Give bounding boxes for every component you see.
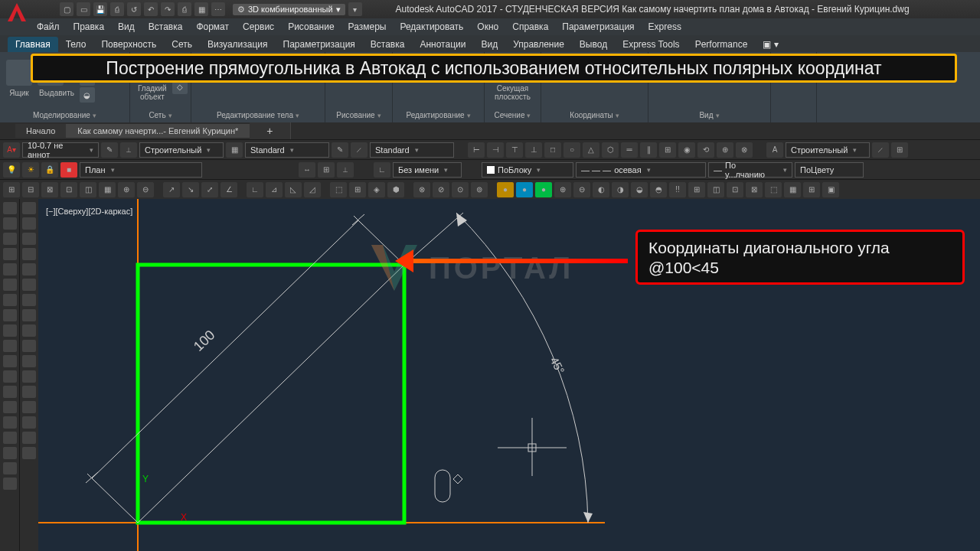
panel-modeling[interactable]: Моделирование	[5, 109, 125, 121]
tool-btn[interactable]: ⊕	[118, 182, 135, 197]
tab-view[interactable]: Вид	[473, 37, 505, 52]
tool-btn[interactable]: ◒	[80, 87, 95, 103]
panel-mesh[interactable]: Сеть	[135, 109, 186, 121]
line-tool-icon[interactable]	[3, 202, 17, 214]
panel-draw[interactable]: Рисование	[330, 109, 387, 121]
tool-btn[interactable]: ⊠	[41, 182, 58, 197]
erase-tool-icon[interactable]	[22, 202, 36, 214]
tool-btn[interactable]: ∟	[374, 162, 390, 178]
tab-express[interactable]: Express Tools	[615, 37, 687, 52]
tool-btn[interactable]: ⟲	[697, 142, 714, 158]
tab-param[interactable]: Параметризация	[276, 37, 363, 52]
tool-btn[interactable]: ⬡	[602, 142, 619, 158]
linetype-select[interactable]: — — —осевая	[576, 162, 706, 178]
tool-btn[interactable]: ⬚	[765, 182, 782, 197]
style2-select[interactable]: Строительный	[786, 142, 870, 158]
copy-tool-icon[interactable]	[22, 217, 36, 230]
tool-btn[interactable]: ⟋	[872, 142, 889, 158]
tool-btn[interactable]: ⊚	[471, 182, 488, 197]
circle-tool-icon[interactable]	[3, 294, 17, 306]
tool-btn[interactable]: ◒	[631, 182, 648, 197]
tool-icon[interactable]	[22, 447, 36, 459]
tool-btn[interactable]: ⊕	[554, 182, 571, 197]
block-tool-icon[interactable]	[3, 370, 17, 383]
qat-open-icon[interactable]: ▭	[77, 2, 90, 16]
tool-btn[interactable]: ◫	[80, 182, 96, 197]
tab-home[interactable]: Главная	[8, 37, 58, 52]
tool-icon[interactable]	[3, 478, 17, 490]
tool-btn[interactable]: ⊖	[137, 182, 154, 197]
ml-style-select[interactable]: Standard	[370, 142, 454, 158]
tool-icon[interactable]	[22, 432, 36, 444]
arc-tool-icon[interactable]	[3, 279, 17, 291]
tab-file[interactable]: Как самому начерти...- Евгений Курицин*	[67, 124, 250, 138]
qat-save-icon[interactable]: 💾	[93, 2, 107, 16]
fillet-tool-icon[interactable]	[22, 401, 36, 413]
qat-btn[interactable]: ↺	[127, 2, 141, 16]
pline-tool-icon[interactable]	[3, 233, 17, 245]
anno-style-select[interactable]: 10-0.7 не аннот	[22, 142, 99, 158]
qat-btn[interactable]: ▦	[194, 2, 208, 16]
tool-icon[interactable]	[3, 432, 17, 444]
tool-btn[interactable]: ⊡	[727, 182, 743, 197]
menu-edit[interactable]: Правка	[74, 21, 105, 32]
tool-btn[interactable]: ⬚	[330, 182, 347, 197]
tool-btn[interactable]: ▦	[226, 142, 243, 158]
tool-btn[interactable]: ▣	[822, 182, 839, 197]
tab-perf[interactable]: Performance	[688, 37, 756, 52]
panel-coord[interactable]: Координаты	[546, 109, 643, 121]
dim-icon[interactable]: ⟂	[120, 142, 137, 158]
trim-tool-icon[interactable]	[22, 340, 36, 352]
tool-icon[interactable]	[3, 401, 17, 413]
panel-bodyedit[interactable]: Редактирование тела	[196, 109, 320, 121]
workspace-selector[interactable]: ⚙ 3D комбинированный ▾	[233, 4, 345, 15]
tool-btn[interactable]: △	[583, 142, 599, 158]
move-tool-icon[interactable]	[22, 279, 36, 291]
tool-btn[interactable]: ⊡	[60, 182, 77, 197]
dim-style-select[interactable]: Строительный	[139, 142, 224, 158]
tool-btn[interactable]: ⊞	[3, 182, 20, 197]
tool-btn[interactable]: ⊗	[736, 142, 753, 158]
menu-service[interactable]: Сервис	[243, 21, 274, 32]
offset-tool-icon[interactable]	[22, 248, 36, 260]
tool-btn[interactable]: ✎	[101, 142, 118, 158]
qat-saveas-icon[interactable]: ⎙	[110, 2, 124, 16]
tab-mesh[interactable]: Сеть	[164, 37, 200, 52]
panel-edit[interactable]: Редактирование	[397, 109, 479, 121]
tool-btn[interactable]: ⊗	[413, 182, 430, 197]
ellipse-tool-icon[interactable]	[3, 324, 17, 337]
tool-icon[interactable]	[3, 416, 17, 429]
stretch-tool-icon[interactable]	[22, 324, 36, 337]
tool-btn[interactable]: ↗	[163, 182, 180, 197]
tool-btn[interactable]: ⊙	[452, 182, 469, 197]
array-tool-icon[interactable]	[22, 263, 36, 276]
tool-btn[interactable]: ✎	[332, 142, 348, 158]
tool-btn[interactable]: ⟋	[351, 142, 368, 158]
tool-btn[interactable]: ▦	[784, 182, 801, 197]
tab-insert[interactable]: Вставка	[363, 37, 413, 52]
sun-icon[interactable]: ☀	[22, 162, 39, 178]
ribbon-min-icon[interactable]: ▣ ▾	[755, 37, 786, 52]
color-select[interactable]: ПоБлоку	[482, 162, 573, 178]
polygon-tool-icon[interactable]	[3, 248, 17, 260]
mirror-tool-icon[interactable]	[22, 233, 36, 245]
tool-btn[interactable]: ●	[535, 182, 552, 197]
tool-btn[interactable]: ⊞	[318, 162, 335, 178]
tool-icon[interactable]	[3, 447, 17, 459]
tool-btn[interactable]: ⊞	[688, 182, 705, 197]
tool-btn[interactable]: ●	[516, 182, 533, 197]
tool-btn[interactable]: ∟	[247, 182, 263, 197]
tool-icon[interactable]	[3, 386, 17, 398]
tool-btn[interactable]: ◓	[650, 182, 667, 197]
tool-btn[interactable]: ∥	[640, 142, 657, 158]
tool-btn[interactable]: ◿	[304, 182, 321, 197]
tab-manage[interactable]: Управление	[505, 37, 572, 52]
menu-window[interactable]: Окно	[477, 21, 498, 32]
tool-btn[interactable]: ⊞	[891, 142, 908, 158]
tool-btn[interactable]: ⟂	[337, 162, 354, 178]
menu-insert[interactable]: Вставка	[149, 21, 183, 32]
tab-body[interactable]: Тело	[58, 37, 94, 52]
qat-new-icon[interactable]: ▢	[60, 2, 74, 16]
anno-icon[interactable]: A▾	[3, 142, 20, 158]
tool-btn[interactable]: ⊞	[803, 182, 820, 197]
